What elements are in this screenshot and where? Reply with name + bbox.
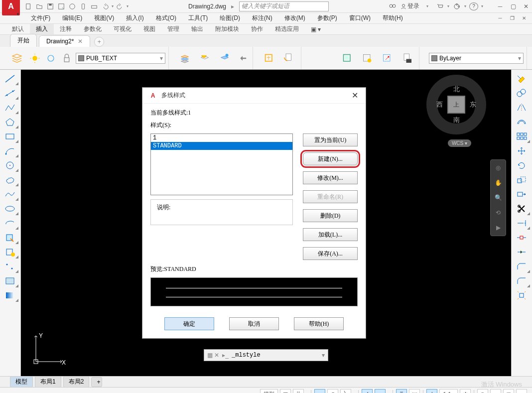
new-icon[interactable]	[24, 2, 33, 11]
erase-tool[interactable]	[513, 72, 531, 86]
ribbon-tab-output[interactable]: 输出	[185, 24, 209, 34]
wcs-badge[interactable]: WCS ▾	[448, 139, 471, 147]
command-line[interactable]: ▦ ✕ ▸_ ▾	[204, 349, 328, 361]
web-icon[interactable]	[68, 2, 77, 11]
status-grid-icon[interactable]: ▦	[280, 389, 291, 393]
snap-button[interactable]	[378, 49, 396, 67]
status-otrack-icon[interactable]: ∠	[362, 389, 373, 393]
nav-zoom-icon[interactable]: 🔍	[492, 192, 504, 204]
copy-tool[interactable]	[513, 86, 531, 100]
search-input[interactable]: 键入关键字或短语	[239, 1, 329, 11]
styles-listbox[interactable]: 1 STANDARD	[150, 133, 293, 195]
status-iso-icon[interactable]: ╲	[340, 389, 351, 393]
menu-modify[interactable]: 修改(M)	[278, 13, 311, 23]
ribbon-tab-manage[interactable]: 管理	[161, 24, 185, 34]
modify-button[interactable]: 修改(M)...	[303, 171, 358, 184]
gradient-tool[interactable]	[1, 288, 19, 302]
extend-tool[interactable]	[513, 216, 531, 230]
command-input[interactable]	[232, 352, 319, 359]
layer-off-button[interactable]	[196, 49, 214, 67]
viewcube-top[interactable]: 上	[447, 96, 465, 114]
layout-tab-model[interactable]: 模型	[10, 376, 33, 388]
fillet-tool[interactable]	[513, 274, 531, 288]
insert-block-tool[interactable]	[1, 231, 19, 245]
maximize-button[interactable]: ▢	[509, 2, 517, 10]
doc-tab-drawing2[interactable]: Drawing2*✕	[39, 35, 90, 47]
xref-button[interactable]	[280, 49, 298, 67]
block-button[interactable]	[260, 49, 278, 67]
revcloud-tool[interactable]	[1, 173, 19, 187]
app-logo[interactable]: A	[2, 0, 20, 15]
menu-parametric[interactable]: 参数(P)	[311, 13, 343, 23]
menu-view[interactable]: 视图(V)	[88, 13, 120, 23]
rectangle-tool[interactable]	[1, 130, 19, 143]
mirror-tool[interactable]	[513, 101, 531, 115]
status-osnap-icon[interactable]: □	[375, 389, 386, 393]
array-tool[interactable]	[513, 130, 531, 143]
make-block-tool[interactable]	[1, 245, 19, 259]
move-tool[interactable]	[513, 144, 531, 158]
status-scale[interactable]: 1:1 ▾	[439, 389, 458, 393]
status-lwt-icon[interactable]: ⊼	[396, 389, 407, 393]
break-tool[interactable]	[513, 231, 531, 245]
status-snap-icon[interactable]: ⠿	[293, 389, 304, 393]
ribbon-tab-visualize[interactable]: 可视化	[108, 24, 137, 34]
status-annoscale-icon[interactable]: ⅄	[426, 389, 437, 393]
set-current-button[interactable]: 置为当前(U)	[303, 133, 358, 146]
cmdline-close-icon[interactable]: ▦ ✕	[207, 352, 219, 359]
import-button[interactable]	[398, 49, 416, 67]
save-icon[interactable]	[46, 2, 55, 11]
ribbon-tab-parametric[interactable]: 参数化	[78, 24, 108, 34]
rotate-tool[interactable]	[513, 158, 531, 172]
tab-add-button[interactable]: +	[94, 37, 104, 47]
ribbon-tab-view[interactable]: 视图	[137, 24, 161, 34]
nav-pan-icon[interactable]: ✋	[492, 177, 504, 189]
stretch-tool[interactable]	[513, 187, 531, 201]
login-button[interactable]: 登录	[400, 2, 419, 11]
list-item[interactable]: 1	[151, 134, 292, 142]
menu-draw[interactable]: 绘图(D)	[214, 13, 246, 23]
cancel-button[interactable]: 取消	[229, 317, 279, 330]
adjust-button[interactable]	[358, 49, 376, 67]
layer-states-button[interactable]	[176, 49, 194, 67]
spline-tool[interactable]	[1, 187, 19, 201]
layer-prev-button[interactable]	[236, 51, 250, 65]
ellipse-arc-tool[interactable]	[1, 216, 19, 230]
status-monitor-icon[interactable]: ▭	[490, 389, 501, 393]
polyline-tool[interactable]	[1, 101, 19, 115]
help-button[interactable]: 帮助(H)	[294, 317, 344, 330]
doc-restore-button[interactable]: ❐	[508, 14, 516, 22]
menu-edit[interactable]: 编辑(E)	[56, 13, 88, 23]
minimize-button[interactable]: ─	[496, 2, 504, 10]
cart-icon[interactable]	[435, 2, 444, 11]
status-ortho-icon[interactable]: ∟	[314, 389, 325, 393]
view-cube[interactable]: 北 南 东 西 上	[426, 75, 486, 134]
close-button[interactable]: ✕	[522, 2, 530, 10]
dialog-close-button[interactable]: ✕	[350, 91, 360, 101]
nav-wheel-icon[interactable]: ◎	[492, 162, 504, 174]
undo-icon[interactable]	[101, 2, 110, 11]
redo-icon[interactable]	[116, 2, 125, 11]
line-tool[interactable]	[1, 72, 19, 86]
arc-tool[interactable]	[1, 144, 19, 158]
doc-close-button[interactable]: ✕	[520, 14, 528, 22]
circle-tool[interactable]	[1, 158, 19, 172]
ribbon-tab-addins[interactable]: 附加模块	[209, 24, 245, 34]
scale-tool[interactable]	[513, 173, 531, 187]
help-icon[interactable]: ?	[469, 2, 478, 10]
polygon-tool[interactable]	[1, 115, 19, 129]
ribbon-tab-featured[interactable]: 精选应用	[269, 24, 305, 34]
status-polar-icon[interactable]: ⊙	[327, 389, 338, 393]
trim-tool[interactable]	[513, 202, 531, 216]
point-tool[interactable]	[1, 260, 19, 273]
new-button[interactable]: 新建(N)...	[303, 152, 358, 165]
status-model[interactable]: 模型	[260, 389, 278, 393]
bylayer-combo[interactable]: ByLayer ▾	[429, 53, 524, 64]
layout-tab-layout2[interactable]: 布局2	[63, 376, 90, 388]
nav-orbit-icon[interactable]: ⟲	[492, 207, 504, 219]
explode-tool[interactable]	[513, 288, 531, 302]
status-tpy-icon[interactable]: ⬚	[409, 389, 420, 393]
offset-tool[interactable]	[513, 115, 531, 129]
layout-tab-layout1[interactable]: 布局1	[35, 376, 61, 388]
status-gear-icon[interactable]: ✲	[460, 389, 471, 393]
